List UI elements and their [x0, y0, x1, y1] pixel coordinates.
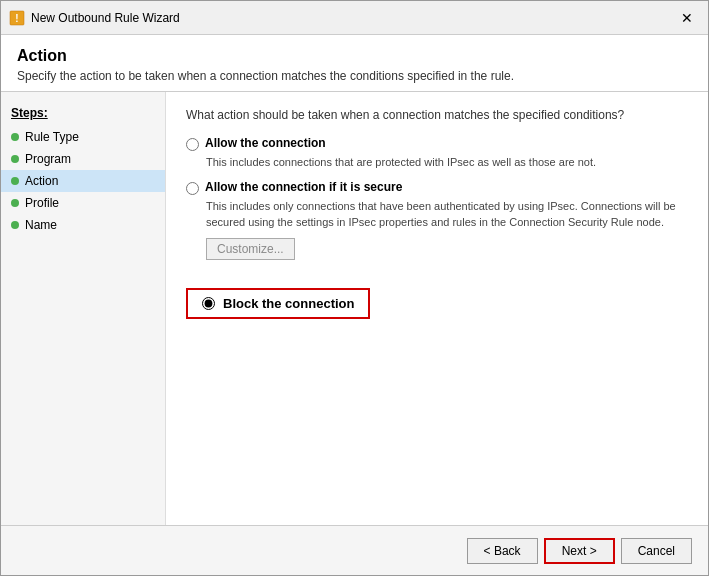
- window-icon: !: [9, 10, 25, 26]
- back-button[interactable]: < Back: [467, 538, 538, 564]
- sidebar-item-name[interactable]: Name: [1, 214, 165, 236]
- option-allow-group: Allow the connection This includes conne…: [186, 136, 688, 170]
- option-allow-desc: This includes connections that are prote…: [206, 155, 688, 170]
- option-allow-label[interactable]: Allow the connection: [205, 136, 326, 150]
- radio-allow[interactable]: [186, 138, 199, 151]
- footer: < Back Next > Cancel: [1, 525, 708, 575]
- sidebar-label-profile: Profile: [25, 196, 59, 210]
- main-question: What action should be taken when a conne…: [186, 108, 688, 122]
- sidebar-label-action: Action: [25, 174, 58, 188]
- sidebar-label-name: Name: [25, 218, 57, 232]
- page-header: Action Specify the action to be taken wh…: [1, 35, 708, 92]
- sidebar-dot-name: [11, 221, 19, 229]
- wizard-window: ! New Outbound Rule Wizard ✕ Action Spec…: [0, 0, 709, 576]
- customize-button[interactable]: Customize...: [206, 238, 295, 260]
- sidebar-dot-rule-type: [11, 133, 19, 141]
- page-title: Action: [17, 47, 692, 65]
- window-title: New Outbound Rule Wizard: [31, 11, 674, 25]
- sidebar-item-profile[interactable]: Profile: [1, 192, 165, 214]
- sidebar: Steps: Rule Type Program Action Profile …: [1, 92, 166, 525]
- option-allow-secure-group: Allow the connection if it is secure Thi…: [186, 180, 688, 272]
- option-block-group: Block the connection: [186, 282, 688, 319]
- option-allow-secure-desc: This includes only connections that have…: [206, 199, 688, 230]
- sidebar-dot-program: [11, 155, 19, 163]
- sidebar-item-rule-type[interactable]: Rule Type: [1, 126, 165, 148]
- option-allow-row: Allow the connection: [186, 136, 688, 151]
- option-allow-secure-row: Allow the connection if it is secure: [186, 180, 688, 195]
- svg-text:!: !: [15, 13, 18, 24]
- radio-block[interactable]: [202, 297, 215, 310]
- option-block-label[interactable]: Block the connection: [223, 296, 354, 311]
- option-allow-secure-label[interactable]: Allow the connection if it is secure: [205, 180, 402, 194]
- next-button[interactable]: Next >: [544, 538, 615, 564]
- sidebar-dot-action: [11, 177, 19, 185]
- sidebar-item-action[interactable]: Action: [1, 170, 165, 192]
- sidebar-label-program: Program: [25, 152, 71, 166]
- content-area: Steps: Rule Type Program Action Profile …: [1, 92, 708, 525]
- main-panel: What action should be taken when a conne…: [166, 92, 708, 525]
- sidebar-item-program[interactable]: Program: [1, 148, 165, 170]
- sidebar-steps-label: Steps:: [1, 102, 165, 126]
- cancel-button[interactable]: Cancel: [621, 538, 692, 564]
- radio-allow-secure[interactable]: [186, 182, 199, 195]
- close-button[interactable]: ✕: [674, 8, 700, 28]
- page-description: Specify the action to be taken when a co…: [17, 69, 692, 83]
- title-bar: ! New Outbound Rule Wizard ✕: [1, 1, 708, 35]
- block-option-box: Block the connection: [186, 288, 370, 319]
- sidebar-label-rule-type: Rule Type: [25, 130, 79, 144]
- sidebar-dot-profile: [11, 199, 19, 207]
